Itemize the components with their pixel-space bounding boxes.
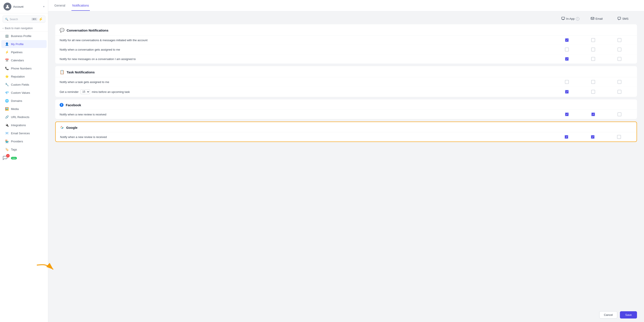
custom-fields-icon: 🔧	[5, 82, 9, 86]
sms-checkbox[interactable]	[618, 57, 622, 61]
svg-point-0	[6, 5, 8, 7]
inapp-checkbox[interactable]: ✓	[565, 112, 569, 116]
email-header-icon	[591, 17, 594, 21]
notification-label: Notify when a task gets assigned to me	[60, 80, 554, 84]
inapp-checkbox-col: ✓	[554, 112, 580, 116]
email-checkbox-col: ✓	[580, 135, 606, 139]
notification-label: Notify for new messages on a conversatio…	[60, 58, 554, 61]
sidebar-item-url-redirects[interactable]: 🔗 URL Redirects	[1, 113, 47, 121]
sms-checkbox[interactable]	[618, 48, 622, 52]
sidebar-item-label: My Profile	[11, 42, 24, 46]
business-profile-icon: 🏢	[5, 34, 9, 38]
compose-icon[interactable]: ⚡	[38, 17, 43, 21]
sms-checkbox[interactable]	[618, 80, 622, 84]
sms-checkbox[interactable]	[617, 135, 621, 139]
sidebar-item-label: Business Profile	[11, 34, 31, 38]
sidebar-item-media[interactable]: 🖼️ Media	[1, 105, 47, 113]
sidebar-item-email-services[interactable]: 📧 Email Services	[1, 129, 47, 137]
conversation-section-icon: 💬	[60, 28, 64, 33]
tab-general[interactable]: General	[54, 1, 66, 11]
sidebar-item-label: Custom Values	[11, 91, 30, 94]
account-name: Account	[13, 5, 42, 8]
section-task: 📋 Task Notifications Notify when a task …	[55, 66, 637, 97]
sms-label: SMS	[622, 17, 628, 20]
google-section-title: Google	[66, 126, 78, 130]
notification-label: Notify for all new conversations & messa…	[60, 38, 554, 42]
email-checkbox-col	[580, 80, 606, 84]
reminder-row: Get a reminder 15 30 60 mins before an u…	[60, 89, 554, 94]
sidebar-item-providers[interactable]: 🏪 Providers	[1, 137, 47, 145]
svg-rect-1	[562, 17, 565, 19]
sidebar-item-domains[interactable]: 🌐 Domains	[1, 97, 47, 105]
sidebar-item-label: Integrations	[11, 124, 26, 127]
email-checkbox[interactable]	[591, 90, 595, 94]
task-section-title: Task Notifications	[66, 70, 95, 74]
save-button[interactable]: Save	[620, 311, 637, 318]
notification-row: Notify for new messages on a conversatio…	[55, 54, 637, 64]
inapp-checkbox[interactable]: ✓	[565, 90, 569, 94]
search-bar[interactable]: 🔍 Search ⌘K ⚡	[3, 16, 45, 23]
inapp-checkbox[interactable]	[565, 48, 569, 52]
inapp-checkbox-col	[554, 80, 580, 84]
chat-nav-item[interactable]: 3 new	[0, 154, 48, 163]
inapp-checkbox-col: ✓	[554, 90, 580, 94]
reminder-select[interactable]: 15 30 60	[80, 89, 90, 94]
notification-label: Notify when a conversation gets assigned…	[60, 48, 554, 51]
google-section-header: Google	[56, 122, 636, 132]
inapp-checkbox[interactable]: ✓	[565, 38, 569, 42]
top-bar: GeneralNotifications	[48, 0, 644, 12]
sidebar-item-business-profile[interactable]: 🏢 Business Profile	[1, 32, 47, 40]
sms-checkbox-col	[606, 57, 632, 61]
sidebar-item-label: Reputation	[11, 75, 25, 78]
phone-numbers-icon: 📞	[5, 66, 9, 70]
url-redirects-icon: 🔗	[5, 115, 9, 119]
email-checkbox-col: ✓	[580, 112, 606, 116]
reminder-label-after: mins before an upcoming task	[92, 90, 130, 94]
back-to-main-nav[interactable]: ‹ Back to main navigation	[0, 25, 48, 32]
email-checkbox[interactable]	[591, 57, 595, 61]
facebook-section-header: f Facebook	[55, 100, 637, 110]
media-icon: 🖼️	[5, 107, 9, 111]
inapp-label: In-App	[566, 17, 574, 20]
inapp-checkbox-col: ✓	[553, 135, 580, 139]
main-content: GeneralNotifications In-App i	[48, 0, 644, 322]
sections-container: 💬 Conversation Notifications Notify for …	[55, 24, 637, 142]
integrations-icon: 🔌	[5, 123, 9, 127]
sidebar-item-pipelines[interactable]: ⚡ Pipelines	[1, 48, 47, 56]
cancel-button[interactable]: Cancel	[599, 311, 617, 318]
email-checkbox[interactable]	[591, 80, 595, 84]
sidebar-item-reputation[interactable]: ⭐ Reputation	[1, 72, 47, 80]
email-checkbox[interactable]	[591, 48, 595, 52]
google-icon	[60, 126, 64, 130]
sidebar-item-tags[interactable]: 🏷️ Tags	[1, 146, 47, 153]
sidebar-item-custom-fields[interactable]: 🔧 Custom Fields	[1, 80, 47, 88]
email-services-icon: 📧	[5, 131, 9, 135]
search-shortcut: ⌘K	[31, 18, 37, 20]
inapp-checkbox[interactable]: ✓	[564, 135, 568, 139]
sidebar-item-phone-numbers[interactable]: 📞 Phone Numbers	[1, 64, 47, 72]
sms-checkbox[interactable]	[618, 38, 622, 42]
sms-checkbox[interactable]	[618, 112, 622, 116]
email-checkbox[interactable]	[591, 38, 595, 42]
sidebar-item-integrations[interactable]: 🔌 Integrations	[1, 121, 47, 129]
tab-notifications[interactable]: Notifications	[72, 1, 90, 11]
sidebar-item-calendars[interactable]: 📅 Calendars	[1, 56, 47, 64]
inapp-checkbox[interactable]	[565, 80, 569, 84]
notification-label: Notify when a new review is received	[60, 135, 553, 139]
sidebar-item-label: Tags	[11, 148, 17, 151]
sms-checkbox-col	[606, 38, 632, 42]
task-section-icon: 📋	[60, 70, 64, 74]
inapp-info-icon[interactable]: i	[576, 17, 579, 20]
sidebar-item-custom-values[interactable]: 💎 Custom Values	[1, 89, 47, 96]
sidebar-item-my-profile[interactable]: 👤 My Profile	[1, 40, 47, 48]
back-nav-label: Back to main navigation	[5, 27, 33, 30]
chevron-left-icon: ‹	[3, 27, 4, 30]
sms-checkbox[interactable]	[618, 90, 622, 94]
sidebar-item-label: Pipelines	[11, 50, 22, 54]
email-checkbox[interactable]: ✓	[591, 135, 595, 139]
email-checkbox[interactable]: ✓	[591, 112, 595, 116]
chevron-down-icon[interactable]: ▾	[43, 5, 44, 8]
inapp-checkbox[interactable]: ✓	[565, 57, 569, 61]
sms-checkbox-col	[606, 80, 632, 84]
sidebar-header: Account ▾	[0, 0, 48, 13]
